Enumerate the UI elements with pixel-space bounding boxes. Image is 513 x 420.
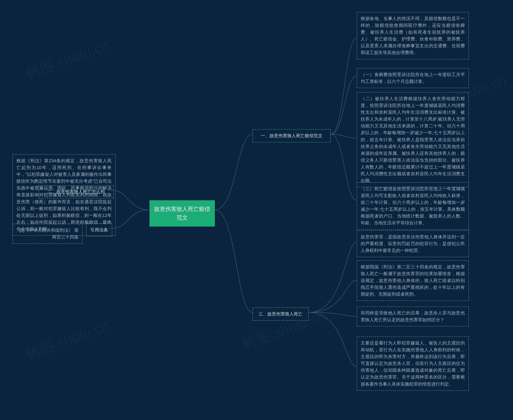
branch-sentencing-visible[interactable]: 二、故意伤害致人死亡怎么判	[38, 185, 114, 198]
